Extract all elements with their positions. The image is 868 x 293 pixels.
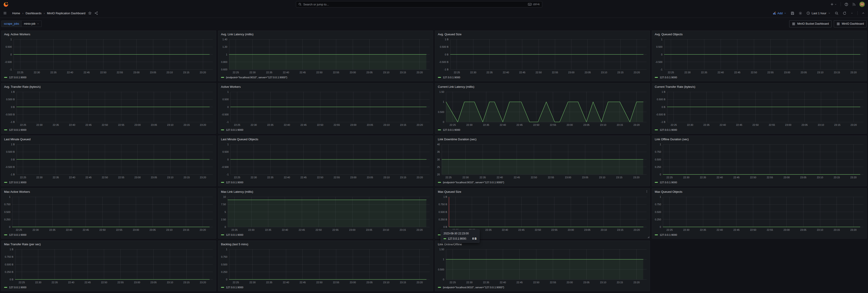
share-button[interactable] xyxy=(94,11,98,15)
collapse-toolbar-button[interactable] xyxy=(862,11,865,15)
create-button[interactable] xyxy=(830,2,837,6)
time-series-chart[interactable]: 10.7500.5000.250022:2522:3022:3522:4022:… xyxy=(652,194,867,232)
time-series-chart[interactable]: 1.401.2010.8000.60022:2522:3022:3522:402… xyxy=(218,37,433,75)
user-avatar[interactable] xyxy=(859,2,865,7)
panel-plot-area[interactable]: 1.401.2010.8000.60022:2522:3022:3522:402… xyxy=(218,37,433,76)
time-series-chart[interactable]: 10.5000-0.500-122:2522:3022:3522:4022:45… xyxy=(1,37,216,75)
panel-title[interactable]: Avg. Transfer Rate (bytes/s) xyxy=(4,85,41,89)
panel-title[interactable]: Max Queued Objects xyxy=(655,190,682,194)
legend-item[interactable]: 127.0.0.1:9000 xyxy=(435,76,650,81)
time-range-picker[interactable]: Last 1 hour xyxy=(806,11,831,15)
refresh-interval-dropdown[interactable] xyxy=(850,12,853,14)
panel-title[interactable]: Avg. Queued Size xyxy=(438,33,462,36)
time-series-chart[interactable]: 10.7500.5000.250022:2522:3022:3522:4022:… xyxy=(1,194,216,232)
panel-plot-area[interactable]: 1 B0.500 B0 B-0.500 B-1 B22:2522:3022:35… xyxy=(652,89,867,128)
legend-item[interactable]: 127.0.0.1:9000 xyxy=(218,181,433,186)
breadcrumb-home[interactable]: Home xyxy=(12,11,20,15)
menu-toggle-button[interactable] xyxy=(3,11,7,15)
panel-title[interactable]: Link Offline Duration (sec) xyxy=(655,137,689,141)
help-button[interactable] xyxy=(844,2,848,6)
panel-plot-area[interactable]: 10.5000-0.500-122:2522:3022:3522:4022:45… xyxy=(652,37,867,76)
panel-plot-area[interactable]: 1.5010.500022:2522:3022:3522:4022:4522:5… xyxy=(435,89,650,128)
legend-item[interactable]: 127.0.0.1:9000 xyxy=(1,128,216,133)
legend-item[interactable]: 127.0.0.1:9000 xyxy=(218,286,433,291)
time-series-chart[interactable]: 10.7500.5000.250022:2522:3022:3522:4022:… xyxy=(652,142,867,180)
dashboard-settings-button[interactable] xyxy=(799,11,802,15)
svg-text:22:55: 22:55 xyxy=(551,229,558,231)
panel-plot-area[interactable]: 403530252022:2522:3022:3522:4022:4522:50… xyxy=(435,142,650,181)
time-series-chart[interactable]: 1 B0.500 B0 B-0.500 B-1 B22:2522:3022:35… xyxy=(652,89,867,127)
legend-item[interactable]: {endpoint="localhost:9010", server="127.… xyxy=(218,76,433,81)
panel-plot-area[interactable]: 107.5052.50022:2522:3022:3522:4022:4522:… xyxy=(218,194,433,233)
panel-title[interactable]: Max Queued Size xyxy=(438,190,461,194)
panel-title[interactable]: Last Minute Queued xyxy=(4,137,31,141)
panel-title[interactable]: Last Minute Queued Objects xyxy=(221,137,258,141)
time-series-chart[interactable]: 10.5000-0.500-122:2522:3022:3522:4022:45… xyxy=(652,37,867,75)
time-series-chart[interactable]: 10.7500.5000.250022:2522:3022:3522:4022:… xyxy=(218,247,433,285)
legend-item[interactable]: 127.0.0.1:9000 xyxy=(652,233,867,238)
zoom-out-time-button[interactable] xyxy=(835,11,839,15)
time-series-chart[interactable]: 1.5010.500022:2522:3022:3522:4022:4522:5… xyxy=(435,247,650,285)
time-series-chart[interactable]: 1 B0.500 B0 B-0.500 B-1 B22:2522:3022:35… xyxy=(1,142,216,180)
search-input[interactable] xyxy=(303,3,526,6)
time-series-chart[interactable]: 10.5000-0.500-122:2522:3022:3522:4022:45… xyxy=(218,142,433,180)
legend-item[interactable]: 127.0.0.1:9000 xyxy=(652,128,867,133)
star-button[interactable] xyxy=(88,11,92,15)
add-panel-button[interactable]: Add xyxy=(773,11,786,15)
panel-plot-area[interactable]: 10.7500.5000.250022:2522:3022:3522:4022:… xyxy=(218,247,433,286)
legend-item[interactable]: {endpoint="localhost:9010", server="127.… xyxy=(435,286,650,291)
legend-item[interactable]: 127.0.0.1:9000 xyxy=(1,233,216,238)
panel-plot-area[interactable]: 10.5000-0.500-122:2522:3022:3522:4022:45… xyxy=(1,37,216,76)
panel-menu-kebab-icon[interactable] xyxy=(645,190,648,193)
panel-title[interactable]: Max Active Workers xyxy=(4,190,30,194)
panel-plot-area[interactable]: 1 B0.500 B0 B-0.500 B-1 B22:2522:3022:35… xyxy=(1,142,216,181)
panel-title[interactable]: Avg. Active Workers xyxy=(4,33,30,36)
panel-title[interactable]: Avg. Queued Objects xyxy=(655,33,683,36)
panel-title[interactable]: Link Online/Offline xyxy=(438,242,462,246)
panel-plot-area[interactable]: 1.5010.500022:2522:3022:3522:4022:4522:5… xyxy=(435,247,650,286)
panel-plot-area[interactable]: 1 B0.500 B0 B-0.500 B-1 B22:2522:3022:35… xyxy=(1,89,216,128)
time-series-chart[interactable]: 107.5052.50022:2522:3022:3522:4022:4522:… xyxy=(218,194,433,232)
legend-item[interactable]: {endpoint="localhost:9010", server="127.… xyxy=(435,181,650,186)
panel-plot-area[interactable]: 10.5000-0.500-122:2522:3022:3522:4022:45… xyxy=(218,142,433,181)
minio-dashboard-link[interactable]: MinIO Dashboard xyxy=(834,20,867,27)
legend-item[interactable]: 127.0.0.1:9000 xyxy=(1,286,216,291)
minio-bucket-dashboard-link[interactable]: MinIO Bucket Dashboard xyxy=(789,20,832,27)
news-button[interactable] xyxy=(852,2,856,6)
time-series-chart[interactable]: 1 B0.500 B0 B-0.500 B-1 B22:2522:3022:35… xyxy=(1,89,216,127)
time-series-chart[interactable]: 1 B0.750 B0.500 B0.250 B0 B22:2522:3022:… xyxy=(1,247,216,285)
panel-title[interactable]: Backlog (last 5 mins) xyxy=(221,242,248,246)
panel-plot-area[interactable]: 10.7500.5000.250022:2522:3022:3522:4022:… xyxy=(1,194,216,233)
grafana-logo[interactable] xyxy=(3,2,9,7)
panel-title[interactable]: Current Transfer Rate (bytes/s) xyxy=(655,85,695,89)
panel-title[interactable]: Link Downtime Duration (sec) xyxy=(438,137,476,141)
panel-title[interactable]: Avg. Link Latency (millis) xyxy=(221,33,254,36)
time-series-chart[interactable]: 1 B0.500 B0 B-0.500 B-1 B22:2522:3022:35… xyxy=(435,37,650,75)
panel-plot-area[interactable]: 10.7500.5000.250022:2522:3022:3522:4022:… xyxy=(652,194,867,233)
legend-item[interactable]: 127.0.0.1:9000 xyxy=(652,76,867,81)
panel-title[interactable]: Max Transfer Rate (per sec) xyxy=(4,242,41,246)
panel-title[interactable]: Max Link Latency (millis) xyxy=(221,190,253,194)
panel-plot-area[interactable]: 1 B0.750 B0.500 B0.250 B0 B22:2522:3022:… xyxy=(435,194,650,233)
legend-item[interactable]: 127.0.0.1:9000 xyxy=(1,181,216,186)
time-series-chart[interactable]: 1 B0.750 B0.500 B0.250 B0 B22:2522:3022:… xyxy=(435,194,650,232)
legend-item[interactable]: 127.0.0.1:9000 xyxy=(435,128,650,133)
legend-item[interactable]: 127.0.0.1:9000 xyxy=(1,76,216,81)
refresh-button[interactable] xyxy=(843,11,846,15)
time-series-chart[interactable]: 10.5000-0.500-122:2522:3022:3522:4022:45… xyxy=(218,89,433,127)
time-series-chart[interactable]: 1.5010.500022:2522:3022:3522:4022:4522:5… xyxy=(435,89,650,127)
panel-plot-area[interactable]: 10.7500.5000.250022:2522:3022:3522:4022:… xyxy=(652,142,867,181)
legend-item[interactable]: 127.0.0.1:9000 xyxy=(652,181,867,186)
legend-item[interactable]: 127.0.0.1:9000 xyxy=(218,233,433,238)
search-box[interactable]: ctrl+k xyxy=(296,1,542,7)
panel-title[interactable]: Active Workers xyxy=(221,85,241,89)
panel-plot-area[interactable]: 1 B0.500 B0 B-0.500 B-1 B22:2522:3022:35… xyxy=(435,37,650,76)
panel-plot-area[interactable]: 10.5000-0.500-122:2522:3022:3522:4022:45… xyxy=(218,89,433,128)
time-series-chart[interactable]: 403530252022:2522:3022:3522:4022:4522:50… xyxy=(435,142,650,180)
save-dashboard-button[interactable] xyxy=(790,11,795,15)
panel-title[interactable]: Current Link Latency (millis) xyxy=(438,85,474,89)
legend-item[interactable]: 127.0.0.1:9000 xyxy=(218,128,433,133)
variable-value-dropdown[interactable]: minio-job xyxy=(22,21,42,27)
panel-plot-area[interactable]: 1 B0.750 B0.500 B0.250 B0 B22:2522:3022:… xyxy=(1,247,216,286)
breadcrumb-dashboards[interactable]: Dashboards xyxy=(26,11,41,15)
